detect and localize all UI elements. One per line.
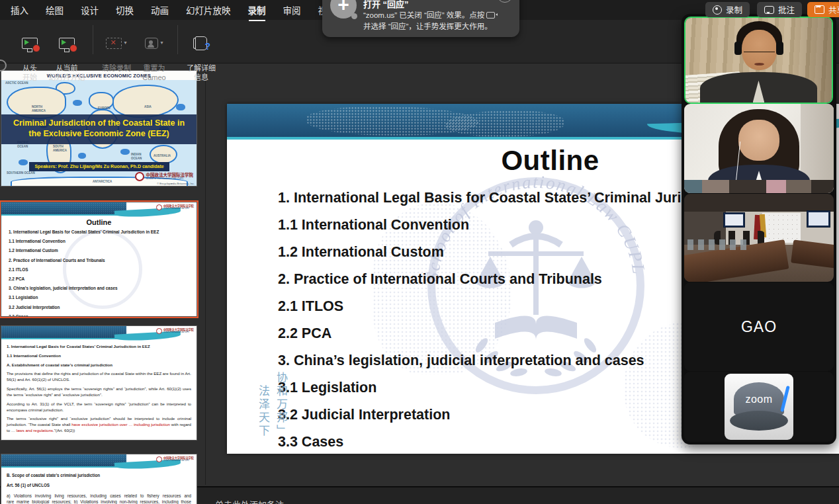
- slide-title: Outline: [1, 218, 197, 226]
- notification-body-line2: 并选择 “回应”，让手势发挥更大作用。: [363, 21, 492, 31]
- zoom-participants-panel[interactable]: GAO zoom: [682, 14, 836, 444]
- rich-paragraph: The terms “exclusive right” and “exclusi…: [7, 416, 191, 433]
- school-logo: 中国政法大学国际法学院 School of International Law …: [135, 172, 194, 181]
- art: [687, 239, 747, 250]
- video-tile-active-speaker[interactable]: [684, 17, 833, 104]
- play-monitor-icon: [15, 32, 45, 54]
- meeting-share-label: 共享: [828, 3, 839, 16]
- thumbnail-slide-4[interactable]: 中国政法大学国际法学院 School of International Law …: [1, 454, 197, 504]
- film-x-icon: ▾: [98, 32, 135, 54]
- slide-header: 中国政法大学国际法学院 School of International Law …: [1, 202, 197, 217]
- world-map: ARCTIC OCEANNORTH AMERICAEUROPEASIAPACIF…: [1, 80, 197, 186]
- art: [738, 120, 779, 161]
- speakers-banner: Speakers: Prof. Zhu Lijiang/Ms Zu Ruonan…: [29, 162, 169, 171]
- school-logo: 中国政法大学国际法学院 School of International Law …: [156, 328, 194, 334]
- video-tile-conference-room[interactable]: [684, 194, 834, 282]
- school-logo: 中国政法大学国际法学院 School of International Law …: [156, 204, 194, 210]
- cameo-icon: ▾: [136, 32, 172, 54]
- book-question-icon: [183, 32, 220, 54]
- slide-body: B. Scope of coastal state’s criminal jur…: [7, 472, 191, 504]
- record-from-current-button[interactable]: 从当前 幻灯片开始: [46, 24, 87, 91]
- outline-list: 1. International Legal Basis for Coastal…: [9, 230, 193, 316]
- art: [807, 210, 830, 228]
- art: [684, 194, 834, 212]
- meeting-annotate-button[interactable]: 批注: [757, 2, 802, 17]
- school-seal-icon: [135, 172, 144, 181]
- participant-name: GAO: [741, 318, 777, 336]
- zoom-cap-avatar: zoom: [725, 374, 793, 440]
- play-monitor-icon: [46, 32, 87, 54]
- art: [754, 63, 764, 65]
- school-logo: 中国政法大学国际法学院 School of International Law …: [156, 456, 194, 462]
- school-seal-icon: [156, 328, 162, 334]
- meeting-record-button[interactable]: 录制: [705, 2, 750, 17]
- clear-recording-button[interactable]: ▾ 清除录制: [98, 24, 135, 82]
- record-icon: [713, 5, 722, 15]
- screen: { "colors": { "accent_orange": "#e2711d"…: [0, 0, 839, 504]
- art: [723, 212, 746, 228]
- art: [684, 180, 834, 193]
- notification-title: 打开 “回应”: [363, 0, 409, 10]
- thumbnail-slide-3[interactable]: 中国政法大学国际法学院 School of International Law …: [1, 326, 197, 440]
- meeting-annotate-label: 批注: [778, 3, 795, 16]
- annotate-icon: [764, 6, 774, 14]
- thumbnail-slide-2[interactable]: 中国政法大学国际法学院 School of International Law …: [1, 202, 197, 316]
- art: [762, 213, 801, 243]
- thumbnail-panel-divider: [205, 63, 206, 485]
- notification-body-line1: “zoom.us” 已关闭 “回应” 效果。点按: [363, 9, 495, 20]
- art: [734, 42, 742, 55]
- video-camera-icon: [486, 12, 495, 19]
- name-tile-gao[interactable]: GAO: [684, 282, 834, 371]
- meeting-share-button[interactable]: 共享: [807, 2, 839, 17]
- calligraphy-motto: 协和万邦﹂ 法泽天下: [253, 372, 289, 438]
- art: [730, 411, 787, 431]
- slide-body: 1. International Legal Basis for Coastal…: [7, 344, 191, 434]
- slide-header: 中国政法大学国际法学院 School of International Law …: [1, 326, 197, 341]
- avatar-tile-zoom-cap[interactable]: zoom: [684, 372, 834, 442]
- learn-more-button[interactable]: 了解详细 信息: [183, 24, 220, 91]
- video-tile-woman[interactable]: [684, 104, 834, 193]
- ribbon-separator: [177, 25, 178, 54]
- notification-close-button[interactable]: ✕: [497, 0, 513, 3]
- share-icon: [815, 5, 824, 14]
- school-seal-icon: [156, 456, 162, 462]
- art: [744, 47, 774, 52]
- slide-header: 中国政法大学国际法学院 School of International Law …: [1, 454, 197, 469]
- reaction-notification[interactable]: 打开 “回应” “zoom.us” 已关闭 “回应” 效果。点按 并选择 “回应…: [322, 0, 519, 37]
- cap-logo-text: zoom: [725, 394, 793, 405]
- map-credit: © Encyclopædia Britannica, Inc.: [157, 182, 195, 185]
- deck-title: Criminal Jurisdiction of the Coastal Sta…: [1, 114, 197, 144]
- notes-placeholder: 单击此处添加备注: [215, 498, 284, 504]
- reaction-plus-icon: [330, 0, 357, 19]
- school-seal-icon: [156, 204, 162, 210]
- reset-cameo-button[interactable]: ▾ 重置为 Cameo: [136, 24, 172, 91]
- record-from-beginning-button[interactable]: 从头 开始: [15, 24, 45, 91]
- art: [776, 42, 783, 55]
- ribbon-separator: [93, 25, 93, 54]
- meeting-record-label: 录制: [726, 3, 742, 16]
